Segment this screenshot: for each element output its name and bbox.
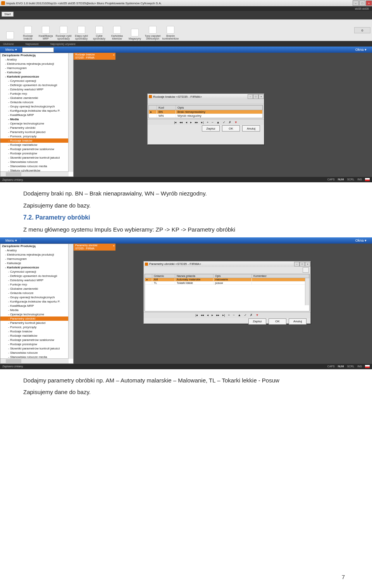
table-row[interactable]: WNWyrób niezgodny	[149, 114, 263, 118]
tree-item[interactable]: - Parametry kontroli jakości	[0, 321, 73, 325]
nav-cancel-icon[interactable]: ✗	[249, 313, 253, 317]
cell[interactable]: Wyrób niezgodny	[176, 114, 263, 118]
data-grid[interactable]: Gniazdo Nazwa gniazda Opis Komentarz ▸AM…	[145, 274, 310, 311]
nav-confirm-icon[interactable]: ✓	[222, 121, 226, 124]
tree-item[interactable]: - Pomoce, przyrządy	[0, 134, 73, 138]
col-header[interactable]: Kod	[157, 105, 176, 110]
fav-label[interactable]: Najczęściej używane	[50, 43, 76, 45]
nav-last-icon[interactable]: ▸|	[200, 121, 204, 124]
col-header[interactable]: Gniazdo	[152, 274, 175, 278]
nav-first-icon[interactable]: |◂	[195, 313, 198, 317]
tree-item[interactable]: - Rodzaje braków	[0, 138, 73, 143]
nav-prev-icon[interactable]: ◂	[185, 121, 188, 124]
tree-item[interactable]: - Stanowiska robocze	[0, 160, 73, 164]
table-row[interactable]: ▸AMAutomaty malarskiemalowanie	[145, 278, 309, 282]
menu-button[interactable]: Menu ▾	[2, 47, 21, 52]
cell[interactable]: WN	[157, 114, 176, 118]
ribbon-button[interactable]: Etapy cyklisprzedaży	[73, 21, 90, 40]
tree-item[interactable]: - Analizy	[0, 57, 73, 62]
tree-item[interactable]: - Funkcje mrp	[0, 92, 73, 96]
scrollbar-vertical[interactable]	[68, 244, 73, 359]
tree-item[interactable]: - Pomoce, przyrządy	[0, 325, 73, 329]
tree-item[interactable]: - Globalne zamienniki	[0, 287, 73, 291]
tab-chip[interactable]: Parametry obróbki STD35 - FIRMA ×	[74, 244, 115, 251]
tree-item[interactable]: - Operacje technologiczne	[0, 121, 73, 126]
tree-item[interactable]: - Kalkulacje	[0, 70, 73, 74]
tree-item[interactable]: - Elektroniczna rejestracja produkcji	[0, 252, 73, 257]
tree-item[interactable]: - Rodzaje przestojów	[0, 151, 73, 156]
scrollbar-horizontal[interactable]	[0, 171, 69, 176]
tree-item[interactable]: - Rodzaje przestojów	[0, 342, 73, 346]
tree-item[interactable]: - Rodzaje parametrów szablonów	[0, 147, 73, 151]
tree-item[interactable]: - Stanowiska robocze	[0, 351, 73, 355]
nav-tree[interactable]: Zarządzanie Produkcją- Analizy- Elektron…	[0, 244, 74, 364]
save-button[interactable]: Zapisz	[248, 318, 266, 325]
cell[interactable]: posuw	[214, 282, 252, 284]
tree-item[interactable]: - Słowniki parametrów kontroli jakości	[0, 156, 73, 160]
close-button[interactable]: ×	[366, 0, 372, 6]
tree-item[interactable]: - Operacje technologiczne	[0, 312, 73, 316]
nav-filter-icon[interactable]: ▼	[234, 121, 238, 124]
ribbon-button[interactable]	[2, 21, 19, 40]
nav-tree[interactable]: Zarządzanie Produkcją- Analizy- Elektron…	[0, 53, 74, 177]
tree-item[interactable]: - Elektroniczna rejestracja produkcji	[0, 62, 73, 66]
tree-item[interactable]: - Rodzaje naddatków	[0, 334, 73, 338]
tree-item[interactable]: - Kartoteki pomocnicze	[0, 74, 73, 79]
nav-delete-icon[interactable]: −	[232, 313, 236, 317]
cell[interactable]: AM	[152, 278, 175, 281]
tree-item[interactable]: - Parametry obróbki	[0, 126, 73, 130]
nav-edit-icon[interactable]: ▲	[237, 313, 242, 317]
tree-item[interactable]: - Parametry kontroli jakości	[0, 130, 73, 134]
ribbon-button[interactable]: Typy zapytańofertowych	[144, 21, 161, 40]
cell[interactable]	[252, 278, 309, 281]
tree-item[interactable]: - Parametry obróbki	[0, 316, 73, 321]
ribbon-button[interactable]: Branżekontrahentów	[162, 21, 179, 40]
cell[interactable]: Tokarki lekkie	[175, 282, 214, 284]
dialog-close[interactable]: ×	[258, 94, 264, 99]
cancel-button[interactable]: Anuluj	[242, 125, 260, 131]
tree-item[interactable]: - Harmonogram	[0, 257, 73, 261]
nav-prev-page-icon[interactable]: ◂◂	[200, 313, 205, 317]
tree-item[interactable]: - Globalne zamienniki	[0, 96, 73, 100]
start-button[interactable]: Start	[2, 12, 14, 17]
tree-item[interactable]: - Media	[0, 117, 73, 121]
tree-item[interactable]: - Czynności operacji	[0, 79, 73, 83]
tree-item[interactable]: - Gniazda robocze	[0, 100, 73, 104]
tree-item[interactable]: - Kwalifikacja MRP	[0, 304, 73, 308]
windows-button[interactable]: Okna ▾	[352, 238, 370, 243]
nav-confirm-icon[interactable]: ✓	[243, 313, 248, 317]
nav-next-icon[interactable]: ▸	[211, 313, 214, 317]
tree-item[interactable]: - Słowniki parametrów kontroli jakości	[0, 346, 73, 351]
tab-chip[interactable]: Rodzaje braków STD35 - FIRMA ×	[74, 53, 115, 60]
ribbon-button[interactable]: Kartotekaklientów	[108, 21, 126, 40]
nav-add-icon[interactable]: +	[206, 121, 209, 124]
tree-item[interactable]: - Rodzaje braków	[0, 329, 73, 334]
nav-add-icon[interactable]: +	[227, 313, 231, 317]
ribbon-button[interactable]: Rodzaje cyklisprzedaży	[55, 21, 72, 40]
cancel-button[interactable]: Anuluj	[289, 318, 307, 325]
col-header[interactable]: Komentarz	[252, 274, 309, 278]
cell[interactable]: TL	[152, 282, 175, 284]
ribbon-button[interactable]: Cyklesprzedaży	[91, 21, 108, 40]
nav-next-icon[interactable]: ▸	[189, 121, 193, 124]
ribbon-button[interactable]: Rodzajebraków	[19, 21, 36, 40]
ok-button[interactable]: OK	[269, 318, 286, 325]
dialog-maximize[interactable]: □	[253, 94, 258, 99]
dialog-close[interactable]: ×	[305, 262, 310, 266]
maximize-button[interactable]: □	[359, 0, 365, 6]
dialog-maximize[interactable]: □	[300, 262, 305, 266]
nav-prev-icon[interactable]: ◂	[206, 313, 209, 317]
menu-combo[interactable]	[22, 47, 54, 52]
cell[interactable]: Automaty malarskie	[175, 278, 214, 281]
dialog-minimize[interactable]: –	[248, 94, 253, 99]
tree-item[interactable]: - Kartoteki pomocnicze	[0, 265, 73, 270]
cell[interactable]: malowanie	[214, 278, 252, 281]
nav-next-page-icon[interactable]: ▸▸	[194, 121, 199, 124]
table-row[interactable]: TLTokarki lekkieposuw	[145, 282, 309, 285]
ribbon-button[interactable]: KwalifikacjaMRP	[37, 21, 54, 40]
tree-item[interactable]: - Dziedziny wartości MRP	[0, 278, 73, 282]
dialog-minimize[interactable]: –	[294, 262, 300, 266]
scrollbar-horizontal[interactable]	[0, 358, 69, 363]
nav-next-page-icon[interactable]: ▸▸	[215, 313, 220, 317]
tree-item[interactable]: - Konfiguracja indeksów dla raportu P.	[0, 299, 73, 304]
